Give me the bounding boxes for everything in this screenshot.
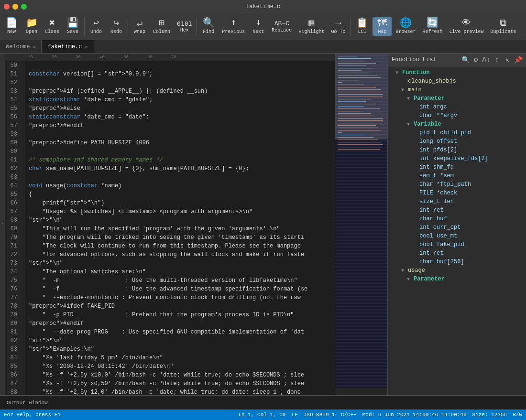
fl-tree-node[interactable]: int curr_opt [388,223,526,232]
code-line[interactable]: "preproc">#define PATH_BUFSIZE 4096 [29,139,331,147]
code-line[interactable]: "str">"\n" [29,216,331,225]
minimap[interactable] [335,54,387,395]
code-line[interactable]: " -p PID : Pretend that the program's pr… [29,311,331,319]
map-button[interactable]: 🗺 Map [373,17,392,36]
code-line[interactable]: " --date-prog PROG : Use specified GNU-c… [29,328,331,336]
lci-button[interactable]: 📋 LCI [352,17,372,36]
code-line[interactable]: "Usage: %s [switches] <timestamp> <progr… [29,207,331,216]
fl-settings-icon[interactable]: ⚙ [471,55,480,64]
output-tab[interactable]: Output Window [4,399,51,407]
tab-welcome-close[interactable]: ✕ [33,44,35,50]
code-line[interactable]: "preproc">#if (defined __APPLE__) || (de… [29,87,331,96]
livepreview-button[interactable]: 👁 Live preview [446,17,486,36]
code-content[interactable]: const char version[] = "str">"0.9.9"; "p… [25,61,335,395]
find-button[interactable]: 🔍 Find [199,17,218,36]
code-line[interactable]: void usage(const char *name) [29,182,331,190]
fl-sort-icon[interactable]: A↓ [482,55,491,64]
browser-button[interactable]: 🌐 Browser [393,17,418,36]
fl-tree-node[interactable]: char buf[256] [388,258,526,266]
code-line[interactable]: "preproc">#endif [29,319,331,328]
column-button[interactable]: ⊞ Column [150,17,173,36]
fl-close-icon[interactable]: ✕ [503,55,512,64]
next-button[interactable]: ⬇ Next [249,17,268,36]
window-controls[interactable] [4,4,27,10]
code-line[interactable]: "str">"\n" [29,259,331,268]
code-line[interactable]: " --exclude-monotonic : Prevent monotoni… [29,293,331,302]
fl-tree-node[interactable]: cleanup_shobjs [388,77,526,86]
tab-faketime[interactable]: faketime.c ✕ [42,40,94,53]
code-line[interactable]: "%s -f '+2,5y i2,0' /bin/bash -c 'date; … [29,388,331,395]
code-line[interactable]: "str">"Examples:\n" [29,345,331,354]
fl-tree-node[interactable]: ▼Parameter [388,94,526,103]
code-line[interactable]: { [29,190,331,199]
fl-tree-node[interactable]: ▼main [388,86,526,94]
code-line[interactable]: " -m : Use the multi-threaded version of… [29,276,331,285]
undo-button[interactable]: ↩ Undo [87,17,106,36]
fl-tree-node[interactable]: ▼Parameter [388,275,526,283]
code-line[interactable] [29,147,331,156]
code-line[interactable] [29,173,331,182]
code-line[interactable]: "preproc">#else [29,104,331,113]
save-button[interactable]: 💾 Save [63,17,82,36]
redo-button[interactable]: ↪ Redo [107,17,126,36]
maximize-button[interactable] [21,4,27,10]
code-line[interactable]: "%s -f '+2,5y x0,50' /bin/bash -c 'date;… [29,379,331,388]
code-line[interactable]: "str">"\n" [29,336,331,345]
wrap-button[interactable]: ↵ Wrap [130,17,149,36]
code-line[interactable]: "This will run the specified 'program' w… [29,225,331,233]
code-line[interactable]: "The program will be tricked into seeing… [29,233,331,242]
fl-pin-icon[interactable]: 📌 [514,55,522,64]
code-line[interactable]: "preproc">#ifdef FAKE_PID [29,302,331,311]
fl-tree-node[interactable]: int argc [388,103,526,111]
code-line[interactable] [29,130,331,139]
code-line[interactable]: "The clock will continue to run from thi… [29,242,331,250]
fl-tree-node[interactable]: bool fake_pid [388,240,526,249]
open-button[interactable]: 📁 Open [22,17,41,36]
highlight-button[interactable]: ▦ Highlight [296,17,327,36]
code-line[interactable]: " -f : Use the advanced timestamp specif… [29,285,331,293]
code-line[interactable]: printf("str">"\n") [29,199,331,207]
close-file-button[interactable]: ✖ Close [42,17,62,36]
fl-tree-node[interactable]: int ret [388,249,526,258]
fl-tree-node[interactable]: char **argv [388,111,526,120]
code-line[interactable]: static const char *date_cmd = "date"; [29,113,331,121]
code-line[interactable] [29,61,331,70]
code-line[interactable]: "%s -f '+2,5y x10,0' /bin/bash -c 'date;… [29,371,331,379]
tab-welcome[interactable]: Welcome ✕ [0,40,42,53]
fl-tree-node[interactable]: int keepalive_fds[2] [388,154,526,163]
code-line[interactable]: "for advanced options, such as stopping … [29,250,331,259]
code-line[interactable]: char sem_name[PATH_BUFSIZE] = {0}, shm_n… [29,164,331,173]
function-list-tree[interactable]: ▼Functioncleanup_shobjs▼main▼Parameterin… [388,66,526,395]
fl-tree-node[interactable]: char buf [388,215,526,223]
fl-expand-icon[interactable]: ↕ [493,55,501,64]
code-editor[interactable]: 5051525354555657585960616263646566676869… [5,61,335,395]
fl-tree-node[interactable]: int pfds[2] [388,146,526,154]
fl-tree-node[interactable]: ▼Function [388,68,526,77]
duplicate-button[interactable]: ⧉ Duplicate [487,17,519,36]
new-button[interactable]: 📄 New [2,17,21,36]
fl-tree-node[interactable]: int shm_fd [388,163,526,172]
code-line[interactable]: "preproc">#endif [29,121,331,130]
fl-tree-node[interactable]: long offset [388,137,526,146]
code-line[interactable]: "%s 'last friday 5 pm' /bin/date\n" [29,354,331,362]
refresh-button[interactable]: 🔄 Refresh [419,17,445,36]
tab-faketime-close[interactable]: ✕ [85,44,88,50]
fl-search-icon[interactable]: 🔍 [461,55,470,64]
fl-tree-node[interactable]: int ret [388,206,526,215]
fl-tree-node[interactable]: FILE *check [388,189,526,197]
code-line[interactable] [29,78,331,87]
code-line[interactable]: /* semaphore and shared memory names */ [29,156,331,164]
goto-button[interactable]: → Go To [328,17,348,36]
code-line[interactable]: static const char *date_cmd = "gdate"; [29,96,331,104]
fl-tree-node[interactable]: bool use_mt [388,232,526,240]
previous-button[interactable]: ⬆ Previous [219,17,248,36]
minimap-viewport[interactable] [335,54,387,140]
fl-tree-node[interactable]: size_t len [388,197,526,206]
fl-tree-node[interactable]: char *ftpl_path [388,180,526,189]
close-button[interactable] [4,4,10,10]
hex-button[interactable]: 0101 Hex [174,19,195,35]
fl-tree-node[interactable]: ▼Variable [388,120,526,129]
code-line[interactable]: const char version[] = "str">"0.9.9"; [29,70,331,78]
replace-button[interactable]: AB→C Replace [269,19,295,35]
minimize-button[interactable] [12,4,18,10]
